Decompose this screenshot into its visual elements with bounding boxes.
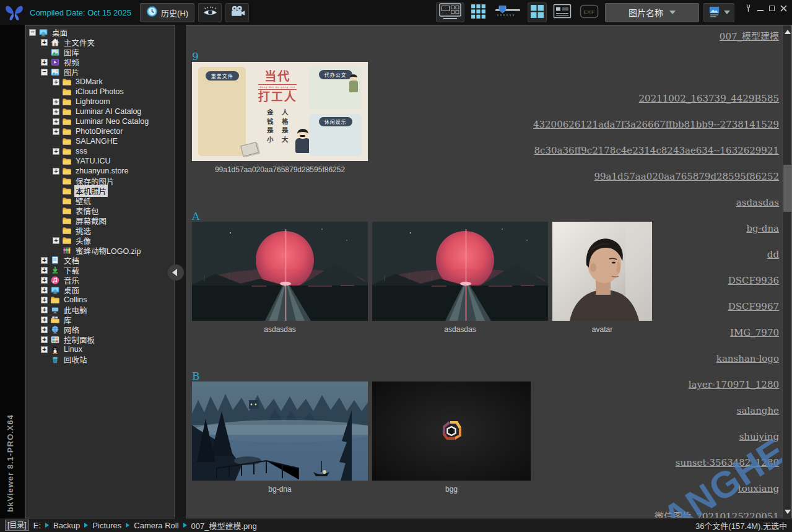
maximize-icon[interactable] — [769, 4, 775, 12]
expand-expander[interactable]: + — [53, 108, 59, 115]
thumbnail-image[interactable]: 重要文件 当代 dang dai da gong ren 打工人 金钱是小人格是… — [192, 62, 368, 161]
scrollbar-thumb[interactable] — [783, 165, 791, 212]
index-link[interactable]: DSCF9936 — [728, 275, 779, 286]
tree-item[interactable]: +库 — [25, 315, 175, 325]
expand-expander[interactable]: + — [53, 118, 59, 125]
expand-expander[interactable]: + — [41, 59, 48, 66]
expand-expander[interactable]: + — [53, 98, 59, 105]
thumbnail-image[interactable] — [552, 222, 652, 321]
tree-item[interactable]: +Lightroom — [25, 97, 175, 107]
tree-item[interactable]: iCloud Photos — [25, 87, 175, 97]
tree-item[interactable]: YATU.ICU — [25, 156, 175, 166]
expand-expander[interactable]: + — [41, 307, 48, 313]
index-link[interactable]: layer-170971_1280 — [689, 379, 779, 390]
collapse-expander[interactable]: − — [41, 69, 48, 76]
history-button[interactable]: 历史(H) — [140, 3, 194, 22]
index-link[interactable]: kanshan-logo — [716, 353, 779, 364]
index-link[interactable]: shuiying — [739, 431, 779, 442]
tree-item[interactable]: SALANGHE — [25, 136, 175, 146]
tree-item[interactable]: +PhotoDirector — [25, 126, 175, 136]
video-mode-button[interactable] — [225, 3, 249, 22]
tree-item[interactable]: +主文件夹 — [25, 37, 175, 47]
thumbnail-size-slider[interactable] — [492, 2, 523, 22]
expand-expander[interactable]: + — [41, 297, 48, 303]
grid2-view-button[interactable] — [528, 2, 547, 22]
expand-expander[interactable]: + — [41, 316, 48, 323]
preview-eye-button[interactable] — [198, 3, 222, 22]
expand-expander[interactable]: + — [41, 346, 48, 353]
index-link[interactable]: 007_模型建模 — [720, 29, 779, 42]
wrench-icon[interactable] — [745, 4, 752, 12]
index-link[interactable]: IMG_7970 — [730, 327, 779, 338]
index-link[interactable]: bg-dna — [747, 223, 779, 234]
minimize-icon[interactable] — [757, 4, 764, 12]
expand-expander[interactable]: + — [53, 168, 59, 175]
breadcrumb-segment[interactable]: Camera Roll — [134, 521, 178, 530]
sort-by-name-dropdown[interactable]: 图片名称 — [605, 3, 699, 22]
tree-item[interactable]: +sss — [25, 146, 175, 156]
scroll-down-arrow[interactable] — [783, 507, 792, 517]
index-link[interactable]: touxiang — [738, 483, 779, 494]
breadcrumb-segment[interactable]: E: — [33, 521, 41, 530]
thumbnail[interactable]: bgg — [372, 382, 531, 494]
tree-item[interactable]: 回收站 — [25, 354, 175, 364]
expand-expander[interactable]: + — [53, 237, 59, 244]
breadcrumb[interactable]: E:BackupPicturesCamera Roll007_模型建模.png — [33, 520, 257, 531]
expand-expander[interactable]: + — [53, 128, 59, 135]
tree-item[interactable]: +文档 — [25, 255, 175, 265]
thumbnail[interactable]: avatar — [552, 222, 652, 334]
expand-expander[interactable]: + — [41, 267, 48, 274]
tree-item[interactable]: +控制面板 — [25, 334, 175, 344]
expand-expander[interactable]: + — [53, 148, 59, 155]
layout-view-button[interactable] — [436, 2, 464, 22]
tree-item[interactable]: +音乐 — [25, 275, 175, 285]
tree-item[interactable]: 挑选 — [25, 225, 175, 235]
exif-button[interactable]: EXIF — [578, 2, 601, 22]
scroll-up-arrow[interactable] — [783, 27, 792, 37]
tree-item[interactable]: +网络 — [25, 325, 175, 334]
panel-divider[interactable] — [175, 25, 186, 518]
tree-item[interactable]: +Luminar AI Catalog — [25, 107, 175, 116]
index-link[interactable]: asdasdas — [736, 197, 779, 208]
index-link[interactable]: sunset-3563482_1280 — [676, 457, 779, 468]
tree-item[interactable]: +Linux — [25, 344, 175, 354]
breadcrumb-segment[interactable]: Pictures — [92, 521, 121, 530]
tree-item[interactable]: 图库 — [25, 47, 175, 57]
thumbnail-image[interactable] — [192, 382, 368, 481]
index-link[interactable]: 20211002_163739_4429B585 — [639, 93, 779, 104]
index-link[interactable]: DSCF9967 — [728, 301, 779, 312]
breadcrumb-segment[interactable]: 007_模型建模.png — [191, 520, 257, 531]
tree-item[interactable]: 蜜蜂动物LOGO.zip — [25, 245, 175, 255]
tree-item[interactable]: 本机照片 — [25, 186, 175, 196]
thumbnail[interactable]: asdasdas — [192, 222, 368, 334]
thumbnail[interactable]: asdasdas — [372, 222, 548, 334]
image-sort-dropdown[interactable] — [703, 3, 734, 22]
index-link[interactable]: 99a1d57aa020aa765879d28595f86252 — [594, 171, 779, 182]
tree-item[interactable]: +3DMark — [25, 77, 175, 87]
expand-expander[interactable]: + — [41, 277, 48, 284]
vertical-scrollbar[interactable] — [782, 25, 791, 518]
thumbnail-image[interactable] — [192, 222, 368, 321]
thumbnail[interactable]: 重要文件 当代 dang dai da gong ren 打工人 金钱是小人格是… — [192, 62, 368, 174]
tree-item[interactable]: −桌面 — [25, 27, 175, 37]
close-icon[interactable] — [780, 4, 787, 12]
tree-item[interactable]: 屏幕截图 — [25, 216, 175, 225]
tree-item[interactable]: +桌面 — [25, 285, 175, 295]
tree-item[interactable]: +下载 — [25, 265, 175, 275]
index-link[interactable]: 微信图片_20210125220051 — [655, 509, 779, 518]
collapse-expander[interactable]: − — [29, 29, 36, 36]
index-link[interactable]: salanghe — [737, 405, 779, 416]
expand-expander[interactable]: + — [41, 257, 48, 264]
thumbnail-image[interactable] — [372, 222, 548, 321]
tree-item[interactable]: +此电脑 — [25, 305, 175, 315]
index-link[interactable]: 8c30a36ff9c2178c4e2314c8243ae634--163262… — [534, 145, 779, 156]
tree-item[interactable]: +视频 — [25, 57, 175, 67]
list-view-button[interactable] — [551, 2, 573, 22]
expand-expander[interactable]: + — [41, 336, 48, 343]
index-link[interactable]: 43200626121ada7f3a26667ffbb81bb9--273814… — [533, 119, 779, 130]
index-link[interactable]: dd — [767, 249, 779, 260]
tree-item[interactable]: +Collins — [25, 295, 175, 305]
collapse-tree-handle[interactable] — [168, 264, 184, 281]
tree-item[interactable]: −图片 — [25, 67, 175, 77]
expand-expander[interactable]: + — [53, 79, 59, 85]
